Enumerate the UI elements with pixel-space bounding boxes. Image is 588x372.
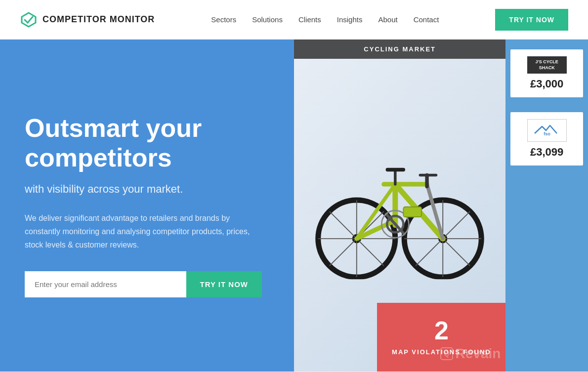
- cta-row: TRY IT NOW: [25, 271, 262, 297]
- cycling-market-badge: CYCLING MARKET: [294, 40, 505, 59]
- bike-area: CYCLING MARKET: [294, 40, 505, 372]
- revain-icon: Q: [440, 347, 454, 361]
- nav-item-contact[interactable]: Contact: [414, 15, 439, 24]
- bike-image: [304, 143, 495, 281]
- bike-svg: [304, 143, 495, 279]
- price-card-1: J'S CYCLE SHACK £3,000: [510, 49, 583, 97]
- logo-icon: [20, 11, 38, 29]
- nav-link-about[interactable]: About: [378, 15, 397, 24]
- nav-links: Sectors Solutions Clients Insights About…: [211, 15, 439, 24]
- hero-cta-button[interactable]: TRY IT NOW: [186, 271, 262, 297]
- nav-item-clients[interactable]: Clients: [298, 15, 321, 24]
- price-value-1: £3,000: [515, 78, 578, 90]
- nav-item-about[interactable]: About: [378, 15, 397, 24]
- hero-subheadline: with visibility across your market.: [25, 183, 269, 196]
- watermark: Q Revain: [440, 346, 501, 362]
- hero-section: Outsmart your competitors with visibilit…: [0, 40, 588, 372]
- hero-right-inner: CYCLING MARKET: [294, 40, 588, 372]
- price-card-2: fso £3,099: [510, 112, 583, 165]
- nav-item-insights[interactable]: Insights: [337, 15, 363, 24]
- svg-rect-27: [404, 207, 422, 217]
- price-logo-2: fso: [527, 119, 567, 142]
- price-sidebar: J'S CYCLE SHACK £3,000 fso £3,099: [505, 40, 588, 372]
- navbar: COMPETITOR MONITOR Sectors Solutions Cli…: [0, 0, 588, 40]
- nav-link-sectors[interactable]: Sectors: [211, 15, 236, 24]
- violations-number: 2: [387, 318, 496, 343]
- price-logo-1: J'S CYCLE SHACK: [527, 56, 567, 74]
- hero-body: We deliver significant advantage to reta…: [25, 211, 252, 252]
- hero-left-panel: Outsmart your competitors with visibilit…: [0, 40, 294, 372]
- svg-marker-0: [22, 13, 36, 27]
- watermark-text: Revain: [456, 346, 501, 362]
- hero-right-panel: CYCLING MARKET: [294, 40, 588, 372]
- logo-area[interactable]: COMPETITOR MONITOR: [20, 11, 155, 29]
- email-input[interactable]: [25, 271, 186, 297]
- nav-link-contact[interactable]: Contact: [414, 15, 439, 24]
- nav-cta-button[interactable]: TRY IT NOW: [495, 9, 568, 31]
- nav-link-clients[interactable]: Clients: [298, 15, 321, 24]
- fso-logo-svg: fso: [532, 123, 562, 136]
- svg-text:Q: Q: [444, 350, 449, 358]
- nav-link-insights[interactable]: Insights: [337, 15, 363, 24]
- svg-text:fso: fso: [544, 131, 550, 136]
- hero-headline: Outsmart your competitors: [25, 114, 269, 173]
- logo-text: COMPETITOR MONITOR: [42, 14, 155, 25]
- nav-item-sectors[interactable]: Sectors: [211, 15, 236, 24]
- price-value-2: £3,099: [515, 146, 578, 159]
- nav-item-solutions[interactable]: Solutions: [252, 15, 283, 24]
- nav-link-solutions[interactable]: Solutions: [252, 15, 283, 24]
